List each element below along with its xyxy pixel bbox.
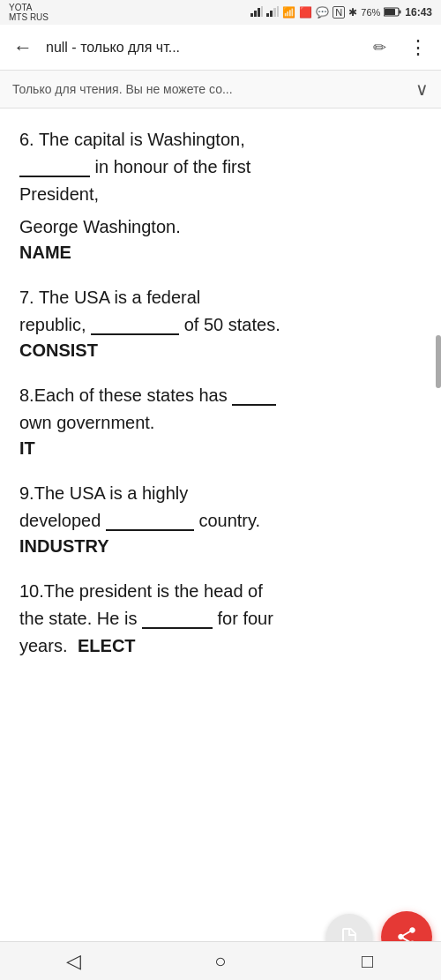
ex6-text3: President, <box>19 184 99 204</box>
svg-rect-7 <box>277 6 279 17</box>
ex9-text2: developed <box>19 511 101 530</box>
nfc-icon: N <box>333 6 345 19</box>
svg-rect-10 <box>400 10 401 13</box>
ex7-blank1 <box>91 333 179 335</box>
carrier1: YOTA <box>9 3 49 12</box>
exercise-8: 8.Each of these states has own governmen… <box>19 382 422 459</box>
ex10-hint-inline: ELECT <box>78 636 136 655</box>
ex9-text1: 9.The USA is a highly <box>19 483 188 503</box>
ex8-text1: 8.Each of these states has <box>19 385 228 405</box>
scroll-handle[interactable] <box>436 335 441 388</box>
exercise-10-text: 10.The president is the head of the stat… <box>19 578 422 660</box>
exercise-8-text: 8.Each of these states has own governmen… <box>19 382 422 437</box>
nav-bar: ← null - только для чт... ✏ ⋮ <box>0 25 441 71</box>
ex6-blank1 <box>19 176 90 177</box>
readonly-text: Только для чтения. Вы не можете со... <box>12 82 233 96</box>
nav-back-button[interactable]: ◁ <box>47 946 100 977</box>
ex6-hint: NAME <box>19 243 422 263</box>
whatsapp-icon: 💬 <box>316 6 329 19</box>
status-bar: YOTA MTS RUS 📶 🟥 💬 N ✱ 76% <box>0 0 441 25</box>
exercise-9-text: 9.The USA is a highly developed country. <box>19 480 422 535</box>
ex10-text3: for four <box>218 609 273 628</box>
battery-icon <box>384 7 401 19</box>
bottom-nav-bar: ◁ ○ □ <box>0 941 441 980</box>
ex6-extra: George Washington. <box>19 217 181 236</box>
carrier2: MTS RUS <box>9 12 49 22</box>
more-options-button[interactable]: ⋮ <box>402 32 434 64</box>
ex7-text2: republic, <box>19 315 86 334</box>
carrier-info: YOTA MTS RUS <box>9 3 49 22</box>
exercise-6-text: 6. The capital is Washington, in honour … <box>19 126 422 208</box>
wifi-icon: 📶 <box>282 6 295 19</box>
ex9-blank1 <box>106 529 194 531</box>
signal-icon <box>250 6 263 19</box>
ex7-hint: CONSIST <box>19 340 422 361</box>
battery-percent: 76% <box>361 7 380 18</box>
svg-rect-2 <box>258 8 260 17</box>
svg-rect-0 <box>250 13 253 17</box>
ex8-text2: own government. <box>19 413 154 432</box>
ex8-blank1 <box>232 404 276 406</box>
ex6-text2: in honour of the first <box>95 157 251 176</box>
nav-home-button[interactable]: ○ <box>194 946 247 977</box>
svg-rect-5 <box>270 11 273 17</box>
time: 16:43 <box>405 6 432 19</box>
ex8-hint: IT <box>19 438 422 459</box>
notification-icon: 🟥 <box>299 6 312 19</box>
nav-recents-button[interactable]: □ <box>341 946 394 977</box>
edit-button[interactable]: ✏ <box>363 32 395 64</box>
readonly-banner: Только для чтения. Вы не можете со... ∨ <box>0 71 441 108</box>
exercise-10: 10.The president is the head of the stat… <box>19 578 422 660</box>
exercise-9: 9.The USA is a highly developed country.… <box>19 480 422 557</box>
exercise-7-text: 7. The USA is a federal republic, of 50 … <box>19 284 422 339</box>
document-title: null - только для чт... <box>46 40 356 56</box>
banner-chevron-icon[interactable]: ∨ <box>415 79 429 100</box>
ex7-text1: 7. The USA is a federal <box>19 288 200 307</box>
content-area: 6. The capital is Washington, in honour … <box>0 108 441 769</box>
back-button[interactable]: ← <box>7 32 39 64</box>
exercise-7: 7. The USA is a federal republic, of 50 … <box>19 284 422 361</box>
status-right: 📶 🟥 💬 N ✱ 76% 16:43 <box>250 6 432 19</box>
svg-rect-4 <box>266 13 269 17</box>
ex10-blank1 <box>142 627 213 629</box>
svg-rect-9 <box>385 9 395 15</box>
ex7-text3: of 50 states. <box>184 315 280 334</box>
ex9-hint: INDUSTRY <box>19 536 422 557</box>
svg-rect-6 <box>273 8 276 17</box>
svg-rect-3 <box>261 6 263 17</box>
ex10-text2: the state. He is <box>19 609 137 628</box>
ex9-text3: country. <box>198 511 260 530</box>
signal-icon2 <box>266 6 279 19</box>
svg-rect-1 <box>254 11 257 17</box>
ex6-text1: 6. The capital is Washington, <box>19 130 245 149</box>
exercise-6-extra: George Washington. <box>19 213 422 241</box>
exercise-6: 6. The capital is Washington, in honour … <box>19 126 422 263</box>
ex10-text4: years. <box>19 636 67 655</box>
ex10-text1: 10.The president is the head of <box>19 581 263 601</box>
bluetooth-icon: ✱ <box>348 6 357 19</box>
